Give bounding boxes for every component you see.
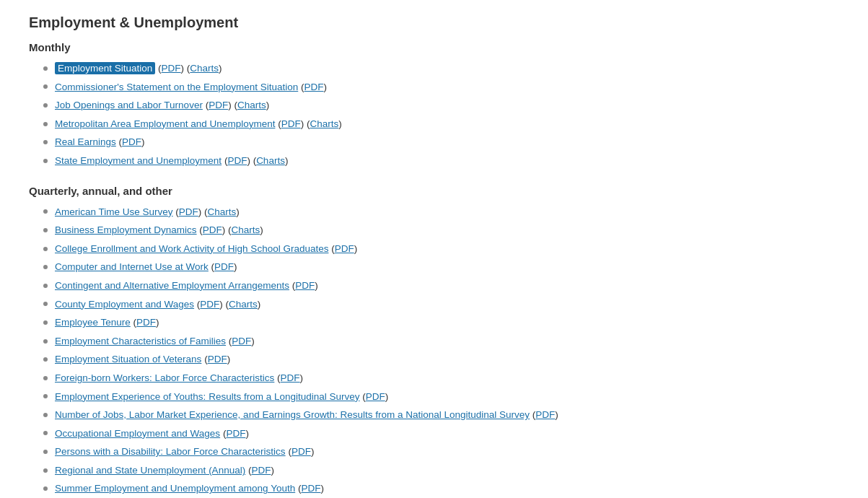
link-real-earnings[interactable]: Real Earnings [55,136,116,147]
link-business-employment-dynamics[interactable]: Business Employment Dynamics [55,224,197,235]
quarterly-item-computer-internet: Computer and Internet Use at Work (PDF) [43,258,839,276]
link-employment-experience-youths[interactable]: Employment Experience of Youths: Results… [55,391,359,402]
page-title: Employment & Unemployment [29,14,839,31]
monthly-item-real-earnings: Real Earnings (PDF) [43,133,839,152]
sub-link-charts[interactable]: Charts [256,155,285,166]
monthly-item-state-employment: State Employment and Unemployment (PDF) … [43,152,839,170]
quarterly-item-foreign-born-workers: Foreign-born Workers: Labor Force Charac… [43,369,839,388]
sub-link-business-employment-dynamics-pdf[interactable]: PDF [203,224,222,235]
link-american-time-use[interactable]: American Time Use Survey [55,206,173,217]
sub-link-employment-experience-youths-pdf[interactable]: PDF [366,391,385,402]
sub-link-business-employment-dynamics-charts[interactable]: Charts [232,224,260,235]
link-employment-situation-veterans[interactable]: Employment Situation of Veterans [55,354,201,364]
link-state-employment[interactable]: State Employment and Unemployment [55,155,222,166]
monthly-item-job-openings: Job Openings and Labor Turnover (PDF) (C… [43,96,839,115]
sub-link-county-employment-charts[interactable]: Charts [229,299,258,310]
link-contingent-alternative[interactable]: Contingent and Alternative Employment Ar… [55,280,289,291]
link-metro-employment[interactable]: Metropolitan Area Employment and Unemplo… [55,118,275,129]
link-regional-state-unemployment[interactable]: Regional and State Unemployment (Annual) [55,465,245,476]
quarterly-item-american-time-use: American Time Use Survey (PDF) (Charts) [43,203,839,222]
sub-link-employee-tenure-pdf[interactable]: PDF [136,317,156,328]
monthly-list: Employment Situation (PDF) (Charts)Commi… [43,59,839,170]
link-job-openings[interactable]: Job Openings and Labor Turnover [55,100,203,110]
sub-link-number-of-jobs-pdf[interactable]: PDF [535,409,555,420]
quarterly-item-business-employment-dynamics: Business Employment Dynamics (PDF) (Char… [43,221,839,240]
sub-link-occupational-employment-pdf[interactable]: PDF [226,428,245,439]
sub-link-summer-employment-pdf[interactable]: PDF [301,483,320,494]
link-persons-disability[interactable]: Persons with a Disability: Labor Force C… [55,446,286,457]
sub-link-computer-internet-pdf[interactable]: PDF [214,261,234,272]
sub-link-pdf[interactable]: PDF [281,118,301,129]
sub-link-pdf[interactable]: PDF [227,155,247,166]
sub-link-foreign-born-workers-pdf[interactable]: PDF [281,372,300,383]
monthly-section-title: Monthly [29,41,839,53]
monthly-item-employment-situation: Employment Situation (PDF) (Charts) [43,59,839,78]
sub-link-pdf[interactable]: PDF [304,82,323,92]
link-employment-characteristics-families[interactable]: Employment Characteristics of Families [55,336,226,346]
sub-link-contingent-alternative-pdf[interactable]: PDF [295,280,315,291]
link-computer-internet[interactable]: Computer and Internet Use at Work [55,261,209,272]
sub-link-pdf[interactable]: PDF [122,136,141,147]
link-employment-situation[interactable]: Employment Situation [55,62,155,74]
link-commissioner-statement[interactable]: Commissioner's Statement on the Employme… [55,82,298,92]
link-college-enrollment[interactable]: College Enrollment and Work Activity of … [55,243,328,254]
quarterly-item-college-enrollment: College Enrollment and Work Activity of … [43,240,839,258]
quarterly-item-number-of-jobs: Number of Jobs, Labor Market Experience,… [43,406,839,424]
link-occupational-employment[interactable]: Occupational Employment and Wages [55,428,220,439]
link-employee-tenure[interactable]: Employee Tenure [55,317,131,328]
sub-link-charts[interactable]: Charts [310,118,338,129]
link-county-employment[interactable]: County Employment and Wages [55,299,194,310]
sub-link-american-time-use-pdf[interactable]: PDF [179,206,198,217]
sub-link-county-employment-pdf[interactable]: PDF [200,299,219,310]
sub-link-regional-state-unemployment-pdf[interactable]: PDF [251,465,271,476]
sub-link-employment-characteristics-families-pdf[interactable]: PDF [232,336,251,346]
sub-link-pdf[interactable]: PDF [209,100,228,110]
quarterly-list: American Time Use Survey (PDF) (Charts)B… [43,203,839,498]
link-number-of-jobs[interactable]: Number of Jobs, Labor Market Experience,… [55,409,530,420]
quarterly-section-title: Quarterly, annual, and other [29,185,839,197]
quarterly-item-regional-state-unemployment: Regional and State Unemployment (Annual)… [43,461,839,480]
sub-link-charts[interactable]: Charts [237,100,266,110]
quarterly-item-employee-tenure: Employee Tenure (PDF) [43,313,839,332]
quarterly-item-employment-characteristics-families: Employment Characteristics of Families (… [43,332,839,351]
link-summer-employment[interactable]: Summer Employment and Unemployment among… [55,483,295,494]
sub-link-american-time-use-charts[interactable]: Charts [208,206,237,217]
quarterly-item-county-employment: County Employment and Wages (PDF) (Chart… [43,295,839,314]
monthly-item-metro-employment: Metropolitan Area Employment and Unemplo… [43,115,839,134]
monthly-item-commissioner-statement: Commissioner's Statement on the Employme… [43,78,839,97]
quarterly-item-occupational-employment: Occupational Employment and Wages (PDF) [43,424,839,443]
sub-link-pdf[interactable]: PDF [162,63,181,74]
quarterly-item-persons-disability: Persons with a Disability: Labor Force C… [43,442,839,461]
sub-link-employment-situation-veterans-pdf[interactable]: PDF [208,354,227,364]
sub-link-college-enrollment-pdf[interactable]: PDF [335,243,354,254]
quarterly-item-contingent-alternative: Contingent and Alternative Employment Ar… [43,276,839,295]
sub-link-persons-disability-pdf[interactable]: PDF [291,446,311,457]
quarterly-item-summer-employment: Summer Employment and Unemployment among… [43,479,839,498]
link-foreign-born-workers[interactable]: Foreign-born Workers: Labor Force Charac… [55,372,274,383]
quarterly-item-employment-experience-youths: Employment Experience of Youths: Results… [43,388,839,406]
quarterly-item-employment-situation-veterans: Employment Situation of Veterans (PDF) [43,350,839,369]
sub-link-charts[interactable]: Charts [190,63,219,74]
